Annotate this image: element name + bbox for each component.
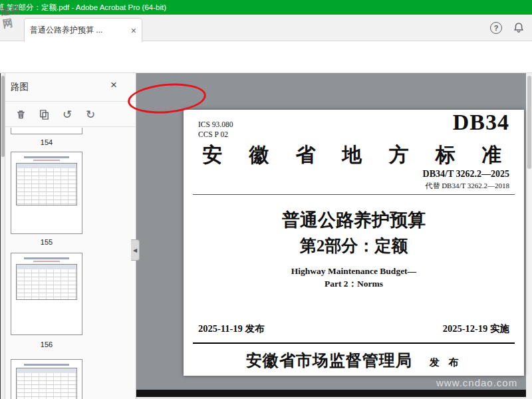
document-title-line1: 普通公路养护预算 [184,208,524,232]
window-titlebar: 算 第2部分：定额.pdf - Adobe Acrobat Pro (64-bi… [0,0,532,15]
window-title: 算 第2部分：定额.pdf - Adobe Acrobat Pro (64-bi… [0,0,166,15]
pages-icon [38,108,51,121]
pdf-page: ICS 93.080 CCS P 02 DB34 安 徽 省 地 方 标 准 D… [184,110,524,376]
main-toolbar: / 437 [0,41,532,73]
collapse-left-icon: ◀ [133,247,137,253]
document-scrollbar[interactable] [526,73,532,399]
acrobat-window: 算 第2部分：定额.pdf - Adobe Acrobat Pro (64-bi… [0,0,532,399]
issuer-row: 安徽省市场监督管理局 发 布 [184,350,524,371]
issue-date: 2025-11-19 发布 [198,323,264,335]
ccs-code: CCS P 02 [198,130,228,138]
tab-bar: 普通公路养护预算 ... × ? [0,15,532,41]
delete-page-button[interactable] [12,106,29,123]
thumbnail-toolbar: ↺ ↻ [5,102,136,126]
thumbnail-page-number: 154 [11,138,82,146]
thumbnail-page-number: 155 [11,238,82,246]
trash-icon [15,108,27,121]
panel-close-button[interactable]: × [110,78,117,92]
panel-collapse-button[interactable]: ◀ [131,239,140,261]
document-title-english1: Highway Maintenance Budget— [184,266,524,277]
page-thumbnail-next[interactable] [11,359,82,399]
tab-close-button[interactable]: × [131,25,136,36]
standard-number: DB34/T 3262.2—2025 [423,169,509,180]
page-thumbnail-154[interactable] [11,128,82,134]
document-tab[interactable]: 普通公路养护预算 ... × [24,18,142,42]
implementation-date: 2025-12-19 实施 [443,323,509,335]
footer-rule [193,342,515,344]
thumbnails-panel: 路图 × ↺ ↻ 154 [5,73,136,399]
issuing-authority: 安徽省市场监督管理局 [246,350,412,371]
standard-region-title: 安 徽 省 地 方 标 准 [184,142,524,169]
thumbnail-list: 154 155 156 [5,128,136,399]
panel-scrollbar[interactable] [0,73,5,399]
next-page-edge [136,390,526,397]
document-title-line2: 第2部分：定额 [184,235,524,257]
ics-code: ICS 93.080 [198,120,233,128]
document-tab-label: 普通公路养护预算 ... [30,25,127,36]
header-rule [193,194,515,195]
page-thumbnail-156[interactable] [11,253,82,335]
extract-page-button[interactable] [35,106,53,123]
panel-title: 路图 [11,81,29,93]
help-button[interactable]: ? [490,22,502,34]
thumbnail-page-number: 156 [11,340,82,348]
document-scrollbar-thumb[interactable] [527,76,531,169]
page-thumbnail-155[interactable] [11,152,82,234]
rotate-ccw-button[interactable]: ↺ [59,106,76,123]
standard-db-label: DB34 [453,110,509,135]
dates-row: 2025-11-19 发布 2025-12-19 实施 [198,323,509,335]
rotate-cw-button[interactable]: ↻ [82,106,99,123]
notifications-button[interactable] [512,21,525,35]
replaces-note: 代替 DB34/T 3262.2—2018 [425,181,509,191]
bell-icon [512,21,525,35]
panel-scrollbar-thumb[interactable] [1,76,5,157]
document-title-english2: Part 2：Norms [184,278,524,290]
divider [5,126,136,127]
release-label: 发 布 [430,356,462,369]
